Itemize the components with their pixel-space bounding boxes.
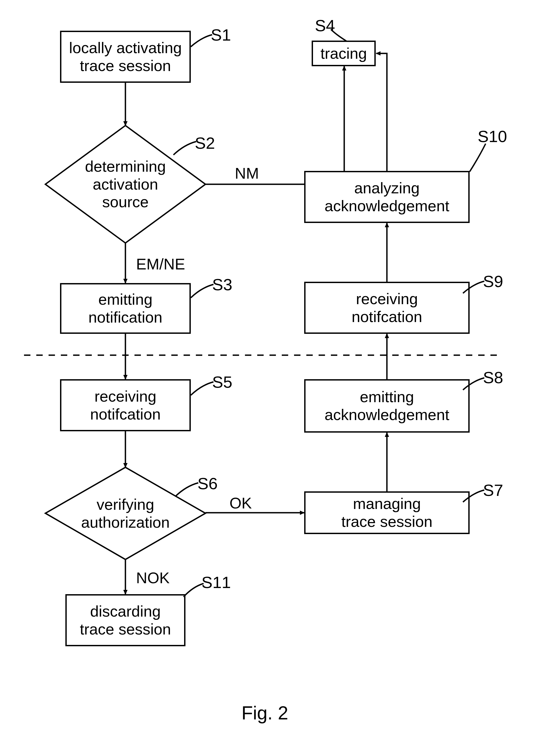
node-s9: receivingnotifcation — [304, 282, 470, 334]
node-s4-text: tracing — [321, 45, 367, 63]
tag-s1: S1 — [211, 25, 231, 44]
node-s11: discardingtrace session — [65, 594, 185, 646]
node-s7: managingtrace session — [304, 491, 470, 534]
node-s1: locally activatingtrace session — [60, 31, 191, 83]
leader-s4 — [331, 29, 347, 42]
leader-s10 — [470, 144, 486, 172]
tag-s11: S11 — [202, 573, 231, 592]
node-s8: emittingacknowledgement — [304, 379, 470, 433]
node-s6: verifyingauthorization — [45, 467, 206, 559]
node-s1-text: locally activatingtrace session — [69, 39, 182, 75]
tag-s3: S3 — [212, 275, 232, 294]
node-s3-text: emittingnotification — [88, 290, 162, 326]
leader-s2 — [173, 141, 196, 155]
leader-s8 — [463, 378, 484, 390]
tag-s8: S8 — [483, 368, 503, 387]
node-s9-text: receivingnotifcation — [352, 290, 422, 325]
node-s11-text: discardingtrace session — [80, 602, 171, 638]
figure-caption: Fig. 2 — [241, 702, 288, 724]
node-s10-text: analyzingacknowledgement — [324, 179, 449, 215]
leader-s9 — [463, 281, 484, 293]
node-s10: analyzingacknowledgement — [304, 171, 470, 223]
node-s3: emittingnotification — [60, 283, 191, 334]
node-s4: tracing — [312, 41, 376, 66]
node-s7-text: managingtrace session — [341, 495, 433, 530]
leader-s5 — [191, 382, 213, 395]
tag-s7: S7 — [483, 481, 503, 499]
tag-s9: S9 — [483, 272, 503, 291]
node-s5: receivingnotifcation — [60, 379, 191, 431]
tag-s6: S6 — [197, 474, 218, 493]
tag-s5: S5 — [212, 373, 232, 391]
edge-s2-emne: EM/NE — [136, 255, 185, 273]
edge-s6-nok: NOK — [136, 569, 170, 587]
node-s5-text: receivingnotifcation — [90, 387, 161, 423]
node-s8-text: emittingacknowledgement — [324, 388, 449, 424]
leader-s3 — [191, 285, 213, 298]
edge-s6-ok: OK — [230, 494, 252, 512]
leader-s6 — [176, 483, 198, 496]
node-s6-text: verifyingauthorization — [81, 496, 170, 531]
tag-s10: S10 — [478, 127, 507, 146]
tag-s2: S2 — [195, 134, 215, 152]
edge-s2-nm: NM — [235, 164, 259, 182]
leader-s11 — [183, 584, 204, 597]
leader-s1 — [191, 35, 212, 47]
node-s2-text: determiningactivationsource — [85, 158, 166, 211]
leader-s7 — [463, 490, 484, 502]
